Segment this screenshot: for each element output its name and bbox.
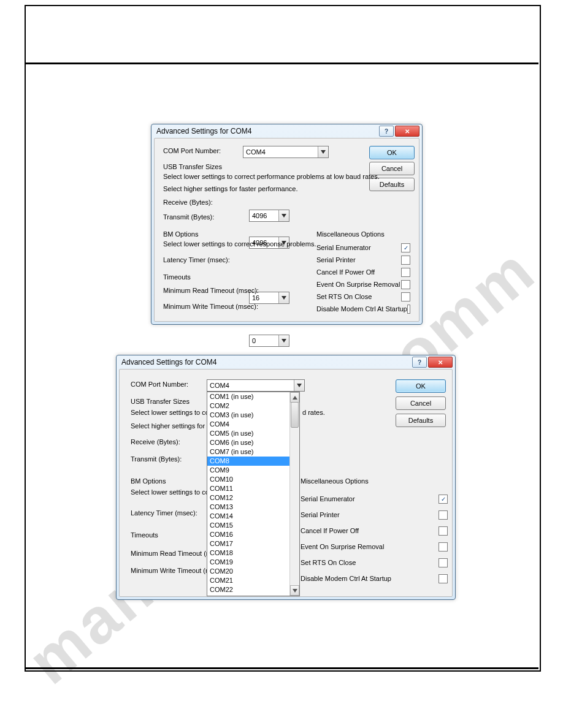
timeouts-section-title: Timeouts (131, 531, 158, 539)
timeouts-section-title: Timeouts (163, 273, 191, 281)
com-port-value: COM4 (246, 148, 266, 156)
misc-option-checkbox[interactable] (407, 305, 410, 314)
dropdown-option[interactable]: COM12 (207, 493, 290, 502)
ok-button[interactable]: OK (369, 146, 415, 159)
dropdown-option[interactable]: COM17 (207, 539, 290, 548)
misc-option-checkbox[interactable] (401, 256, 410, 265)
dropdown-option[interactable]: COM6 (in use) (207, 438, 290, 447)
transmit-label: Transmit (Bytes): (131, 455, 182, 463)
receive-label: Receive (Bytes): (163, 199, 213, 206)
com-port-dropdown-list[interactable]: COM1 (in use)COM2COM3 (in use)COM4COM5 (… (207, 392, 300, 596)
misc-option-label: Set RTS On Close (301, 559, 356, 566)
dropdown-option[interactable]: COM3 (in use) (207, 411, 290, 420)
latency-value: 16 (252, 294, 259, 301)
scroll-up-icon[interactable] (290, 392, 299, 403)
misc-option-row: Disable Modem Ctrl At Startup (316, 303, 410, 315)
usb-hint-2: Select higher settings for fas (131, 422, 216, 430)
dropdown-option[interactable]: COM10 (207, 475, 290, 484)
misc-option-checkbox[interactable] (439, 510, 448, 520)
dropdown-option[interactable]: COM2 (207, 401, 290, 411)
help-button[interactable]: ? (412, 357, 427, 368)
misc-section-title: Miscellaneous Options (301, 477, 369, 485)
usb-hint-1: Select lower settings to corre (131, 409, 217, 416)
help-button[interactable]: ? (379, 126, 394, 137)
usb-section-title: USB Transfer Sizes (163, 163, 222, 170)
misc-option-label: Event On Surprise Removal (301, 543, 384, 550)
dropdown-option[interactable]: COM11 (207, 484, 290, 493)
dropdown-option[interactable]: COM19 (207, 558, 290, 567)
scroll-down-icon[interactable] (290, 585, 299, 596)
com-port-value: COM4 (210, 382, 229, 389)
receive-value: 4096 (252, 212, 267, 219)
misc-option-checkbox[interactable] (401, 268, 410, 277)
dropdown-option[interactable]: COM18 (207, 548, 290, 558)
misc-option-row: Serial Enumerator✓ (301, 491, 448, 507)
dropdown-option[interactable]: COM13 (207, 502, 290, 512)
com-port-label: COM Port Number: (163, 147, 221, 154)
scroll-thumb[interactable] (291, 402, 299, 428)
dropdown-option[interactable]: COM9 (207, 466, 290, 475)
misc-option-row: Cancel If Power Off (316, 266, 410, 278)
misc-option-label: Event On Surprise Removal (316, 281, 400, 288)
receive-combo[interactable]: 4096 (249, 210, 289, 222)
transmit-label: Transmit (Bytes): (163, 213, 214, 221)
dropdown-option[interactable]: COM21 (207, 576, 290, 585)
misc-option-checkbox[interactable]: ✓ (401, 243, 410, 252)
misc-option-checkbox[interactable] (439, 526, 448, 536)
misc-option-label: Serial Enumerator (316, 244, 371, 251)
min-write-label: Minimum Write Timeout (mse (131, 567, 218, 574)
min-read-combo[interactable]: 0 (249, 335, 289, 347)
misc-option-row: Serial Printer (316, 254, 410, 266)
misc-option-row: Serial Printer (301, 507, 448, 523)
dialog-title: Advanced Settings for COM4 (121, 358, 216, 366)
dropdown-option[interactable]: COM20 (207, 567, 290, 576)
com-port-combo[interactable]: COM4 (207, 379, 305, 392)
chevron-down-icon (318, 146, 328, 157)
misc-option-label: Serial Printer (316, 256, 356, 264)
bm-section-title: BM Options (163, 230, 198, 238)
dropdown-option[interactable]: COM7 (in use) (207, 447, 290, 457)
dropdown-option[interactable]: COM1 (in use) (207, 392, 290, 401)
dropdown-option[interactable]: COM14 (207, 512, 290, 521)
misc-option-checkbox[interactable] (439, 558, 448, 567)
misc-option-label: Cancel If Power Off (316, 268, 375, 276)
misc-option-checkbox[interactable] (439, 574, 448, 583)
min-read-value: 0 (252, 337, 256, 344)
dropdown-option[interactable]: COM22 (207, 585, 290, 594)
close-button[interactable]: ✕ (428, 357, 453, 368)
dropdown-option[interactable]: COM16 (207, 530, 290, 539)
usb-hint-2: Select higher settings for faster perfor… (163, 185, 298, 192)
page-divider-top (25, 63, 538, 64)
misc-options-list: Serial Enumerator✓Serial PrinterCancel I… (301, 491, 448, 586)
misc-option-checkbox[interactable] (401, 292, 410, 301)
min-read-label: Minimum Read Timeout (msec): (163, 287, 259, 294)
close-button[interactable]: ✕ (395, 126, 419, 137)
advanced-settings-dialog-2: Advanced Settings for COM4 ? ✕ COM Port … (116, 355, 456, 600)
misc-option-checkbox[interactable] (401, 280, 410, 289)
ok-label: OK (416, 382, 426, 390)
misc-option-label: Serial Printer (301, 511, 340, 518)
usb-section-title: USB Transfer Sizes (131, 398, 190, 405)
latency-label: Latency Timer (msec): (163, 256, 230, 264)
dropdown-option[interactable]: COM8 (207, 457, 290, 466)
dialog-title: Advanced Settings for COM4 (156, 127, 251, 135)
cancel-button[interactable]: Cancel (396, 396, 446, 410)
dropdown-option[interactable]: COM5 (in use) (207, 429, 290, 438)
misc-option-checkbox[interactable]: ✓ (439, 495, 448, 504)
chevron-down-icon (278, 292, 289, 303)
scrollbar[interactable] (289, 392, 299, 596)
defaults-button[interactable]: Defaults (396, 414, 446, 427)
dropdown-option[interactable]: COM15 (207, 521, 290, 530)
page-divider-bottom (25, 667, 538, 669)
dropdown-option[interactable]: COM4 (207, 420, 290, 429)
min-read-label: Minimum Read Timeout (mse (131, 550, 219, 557)
ok-button[interactable]: OK (396, 379, 446, 393)
defaults-label: Defaults (408, 417, 433, 424)
misc-option-checkbox[interactable] (439, 542, 448, 552)
com-port-label: COM Port Number: (131, 381, 188, 388)
misc-option-label: Cancel If Power Off (301, 527, 359, 534)
misc-options-list: Serial Enumerator✓Serial PrinterCancel I… (316, 241, 410, 315)
misc-option-label: Set RTS On Close (316, 293, 372, 300)
misc-option-row: Event On Surprise Removal (301, 539, 448, 555)
com-port-combo[interactable]: COM4 (243, 146, 329, 158)
